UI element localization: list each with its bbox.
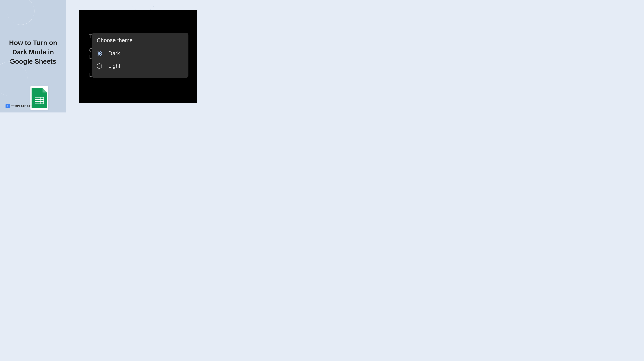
google-sheets-icon — [30, 86, 48, 110]
choose-theme-dialog: Choose theme Dark Light — [92, 33, 188, 78]
theme-screenshot: T C D D Choose theme Dark Light — [79, 10, 197, 103]
sheets-file-icon — [32, 87, 47, 109]
decorative-line — [132, 0, 154, 11]
radio-label: Light — [108, 63, 120, 69]
theme-option-light[interactable]: Light — [97, 61, 184, 71]
radio-label: Dark — [108, 50, 120, 56]
logo-main-text: TEMPLATE — [11, 105, 26, 108]
template-net-logo: T TEMPLATE.NET — [6, 104, 33, 108]
logo-letter: T — [7, 105, 8, 108]
main-container: How to Turn on Dark Mode in Google Sheet… — [0, 0, 201, 112]
logo-text: TEMPLATE.NET — [11, 105, 33, 108]
right-panel: T C D D Choose theme Dark Light — [66, 0, 201, 112]
logo-badge-icon: T — [6, 104, 10, 108]
radio-unselected-icon — [97, 63, 102, 69]
decorative-line — [7, 0, 34, 25]
decorative-line — [0, 61, 28, 96]
logo-suffix-text: .NET — [26, 105, 33, 108]
dialog-title: Choose theme — [97, 37, 184, 43]
left-panel: How to Turn on Dark Mode in Google Sheet… — [0, 0, 66, 112]
radio-selected-icon — [97, 51, 102, 56]
theme-option-dark[interactable]: Dark — [97, 48, 184, 58]
